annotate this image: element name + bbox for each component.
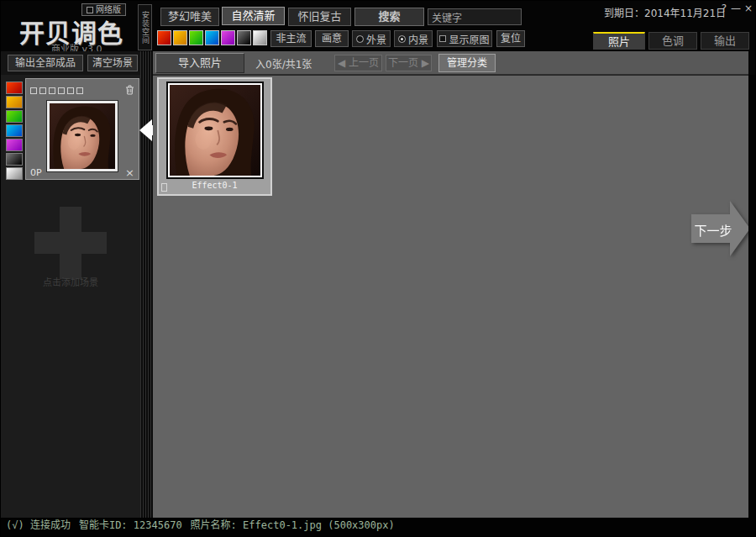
expiry-date-label: 到期日：2014年11月21日 bbox=[604, 5, 726, 19]
install-space-tab[interactable]: 安装空间 bbox=[138, 4, 152, 50]
swatch-green[interactable] bbox=[189, 30, 203, 45]
import-photos-button[interactable]: 导入照片 bbox=[155, 53, 244, 73]
scene-color-swatches bbox=[6, 82, 23, 180]
right-frame bbox=[748, 75, 756, 518]
next-step-label: 下一步 bbox=[693, 221, 733, 239]
scene-panel: 0P × 点击添加场景 bbox=[1, 75, 140, 518]
export-all-button[interactable]: 输出全部成品 bbox=[8, 55, 83, 71]
radio-icon-outdoor[interactable] bbox=[356, 35, 364, 43]
radio-outdoor[interactable]: 外景 bbox=[352, 30, 391, 47]
show-original-checkbox[interactable]: 显示原图 bbox=[437, 30, 492, 47]
scene-flag-box[interactable] bbox=[58, 87, 65, 94]
actionbar-left: 输出全部成品 清空场景 bbox=[1, 51, 140, 75]
swatch-orange[interactable] bbox=[173, 30, 187, 45]
show-original-label: 显示原图 bbox=[449, 32, 489, 46]
scene-card[interactable]: 0P × bbox=[25, 78, 139, 180]
next-step-button[interactable]: 下一步 bbox=[691, 201, 750, 256]
keyword-input[interactable] bbox=[428, 8, 522, 25]
scene-flag-box[interactable] bbox=[39, 87, 46, 94]
tab-output[interactable]: 输出 bbox=[701, 32, 749, 50]
reset-button[interactable]: 复位 bbox=[496, 30, 525, 47]
swatch-white[interactable] bbox=[253, 30, 267, 45]
swatch-cyan-blue[interactable] bbox=[6, 124, 23, 137]
close-button[interactable]: × bbox=[743, 3, 754, 14]
trash-icon[interactable] bbox=[125, 82, 134, 98]
scene-flag-box[interactable] bbox=[76, 87, 83, 94]
scene-flag-box[interactable] bbox=[67, 87, 74, 94]
filter-button-painterly[interactable]: 画意 bbox=[315, 30, 349, 47]
swatch-magenta[interactable] bbox=[6, 139, 23, 151]
swatch-cyan-blue[interactable] bbox=[205, 30, 219, 45]
search-button[interactable]: 搜索 bbox=[354, 8, 424, 26]
tab-photos[interactable]: 照片 bbox=[593, 32, 645, 50]
style-button-dreamy[interactable]: 梦幻唯美 bbox=[160, 8, 219, 26]
plus-icon bbox=[34, 232, 107, 254]
scene-close-icon[interactable]: × bbox=[125, 167, 134, 178]
photo-count-label: 入0张/共1张 bbox=[255, 56, 312, 71]
add-scene-hint: 点击添加场景 bbox=[1, 275, 140, 288]
radio-indoor-label: 内景 bbox=[408, 32, 428, 46]
actionbar-main: 导入照片 入0张/共1张 ◀ 上一页 下一页 ▶ 管理分类 bbox=[153, 51, 748, 75]
swatch-green[interactable] bbox=[6, 110, 23, 123]
scene-flag-box[interactable] bbox=[49, 87, 55, 94]
swatch-orange[interactable] bbox=[6, 96, 23, 108]
connection-status: (√) 连接成功 bbox=[6, 518, 71, 537]
swatch-red[interactable] bbox=[157, 30, 171, 45]
style-button-natural[interactable]: 自然清新 bbox=[222, 7, 285, 25]
photo-select-box[interactable] bbox=[161, 183, 167, 192]
prev-page-button[interactable]: ◀ 上一页 bbox=[334, 55, 382, 71]
clear-scene-button[interactable]: 清空场景 bbox=[87, 55, 138, 71]
toolbar-color-swatches bbox=[157, 30, 267, 45]
manage-categories-button[interactable]: 管理分类 bbox=[438, 54, 496, 72]
titlebar: 网络版 开贝调色 商业版 v3.0 安装空间 梦幻唯美 自然清新 怀旧复古 搜索… bbox=[1, 1, 756, 51]
swatch-black[interactable] bbox=[237, 30, 251, 45]
app-window: 网络版 开贝调色 商业版 v3.0 安装空间 梦幻唯美 自然清新 怀旧复古 搜索… bbox=[0, 0, 756, 537]
scene-flag-box[interactable] bbox=[30, 87, 37, 94]
scene-thumbnail-photo[interactable] bbox=[47, 101, 118, 171]
photo-grid-area: Effect0-1 下一步 bbox=[153, 75, 748, 518]
radio-outdoor-label: 外景 bbox=[366, 32, 386, 46]
swatch-magenta[interactable] bbox=[221, 30, 235, 45]
style-button-retro[interactable]: 怀旧复古 bbox=[288, 8, 351, 26]
photo-filename-label: Effect0-1 bbox=[159, 181, 270, 190]
tab-color-tone[interactable]: 色调 bbox=[648, 32, 697, 50]
filter-button-nonmainstream[interactable]: 非主流 bbox=[270, 30, 312, 47]
checkbox-icon[interactable] bbox=[439, 35, 446, 42]
next-page-button[interactable]: 下一页 ▶ bbox=[386, 55, 432, 71]
minimize-button[interactable]: — bbox=[730, 3, 742, 14]
help-button[interactable]: ? bbox=[718, 3, 730, 14]
photo-thumbnail[interactable] bbox=[166, 82, 264, 179]
radio-indoor[interactable]: 内景 bbox=[394, 30, 433, 47]
photo-thumbnail-card[interactable]: Effect0-1 bbox=[157, 77, 272, 196]
smartcard-id-label: 智能卡ID: 12345670 bbox=[79, 518, 182, 537]
radio-icon-indoor[interactable] bbox=[398, 35, 406, 43]
scene-card-footer: 0P × bbox=[26, 167, 139, 178]
status-bar: (√) 连接成功 智能卡ID: 12345670 照片名称: Effect0-1… bbox=[1, 518, 756, 537]
swatch-red[interactable] bbox=[6, 82, 23, 94]
photo-name-label: 照片名称: Effect0-1.jpg (500x300px) bbox=[191, 518, 395, 537]
swatch-white[interactable] bbox=[6, 167, 23, 180]
scene-badge: 0P bbox=[30, 167, 42, 178]
swatch-black[interactable] bbox=[6, 153, 23, 166]
scene-card-header bbox=[26, 79, 139, 100]
